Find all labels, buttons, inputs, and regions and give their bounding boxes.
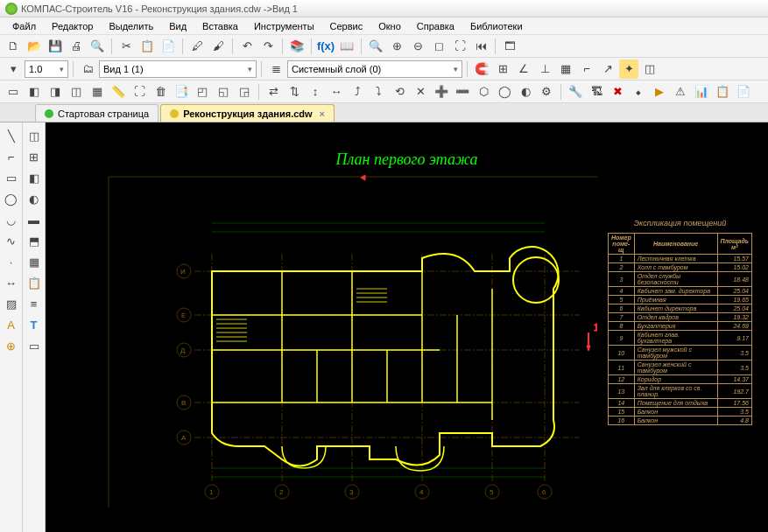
menu-file[interactable]: Файл (5, 19, 43, 33)
tool-9[interactable]: 📑 (172, 82, 191, 102)
tool-26[interactable]: ⚙ (537, 82, 556, 102)
tool-1[interactable]: ▭ (4, 82, 23, 102)
undo-button[interactable]: ↶ (237, 37, 257, 56)
point-tool[interactable]: · (2, 252, 21, 271)
menu-insert[interactable]: Вставка (195, 19, 245, 33)
tool-15[interactable]: ↕ (306, 82, 325, 102)
tab-document[interactable]: Реконструкция здания.cdw × (160, 104, 335, 122)
cut-button[interactable]: ✂ (116, 37, 136, 56)
view-dropdown-button[interactable]: ▾ (4, 60, 23, 79)
copy-button[interactable]: 📋 (137, 37, 157, 56)
open-button[interactable]: 📂 (25, 37, 44, 56)
zoom-window-button[interactable]: 🔍 (366, 37, 385, 56)
tool-33[interactable]: 📊 (692, 82, 711, 102)
menu-service[interactable]: Сервис (323, 19, 370, 33)
tab-start-page[interactable]: Стартовая страница (35, 104, 159, 122)
polyline-tool[interactable]: ⌐ (2, 147, 21, 166)
tool-22[interactable]: ➖ (453, 82, 472, 102)
tool-4[interactable]: ◫ (67, 82, 86, 102)
tool-28[interactable]: 🏗 (587, 82, 606, 102)
text-tool[interactable]: A (2, 315, 21, 334)
rect-tool[interactable]: ▭ (2, 168, 21, 187)
title-tool[interactable]: T (25, 315, 44, 334)
axis-tool[interactable]: ⊕ (2, 336, 21, 355)
print-button[interactable]: 🖨 (67, 37, 86, 56)
variables-button[interactable]: f(x) (316, 37, 335, 56)
frame-tool[interactable]: ▭ (25, 336, 44, 355)
tool-20[interactable]: ✕ (411, 82, 430, 102)
spec-tool[interactable]: 📋 (25, 273, 44, 292)
line-tool[interactable]: ╲ (2, 126, 21, 145)
tool-23[interactable]: ⬡ (474, 82, 493, 102)
tool-34[interactable]: 📋 (713, 82, 732, 102)
drawing-canvas[interactable]: План первого этажа 1 2 3 4 (46, 122, 768, 532)
tool-35[interactable]: 📄 (734, 82, 753, 102)
menu-window[interactable]: Окно (371, 19, 408, 33)
tool-5[interactable]: ▦ (88, 82, 107, 102)
local-cs-button[interactable]: ⌐ (577, 60, 596, 79)
layer-combo[interactable]: Системный слой (0)▾ (287, 60, 462, 78)
arc-tool[interactable]: ◡ (2, 210, 21, 229)
menu-tools[interactable]: Инструменты (247, 19, 321, 33)
properties-button[interactable]: 🖊 (187, 37, 207, 56)
layers-icon[interactable]: ≣ (266, 60, 285, 79)
zoom-out-button[interactable]: ⊖ (408, 37, 427, 56)
tool-16[interactable]: ↔ (327, 82, 346, 102)
preview-button[interactable]: 🔍 (88, 37, 107, 56)
tool-25[interactable]: ◐ (516, 82, 535, 102)
zoom-prev-button[interactable]: ⏮ (471, 37, 490, 56)
help-button[interactable]: 📖 (337, 37, 356, 56)
spline-tool[interactable]: ∿ (2, 231, 21, 250)
zoom-value-combo[interactable]: 1.0▾ (25, 60, 68, 78)
menu-libraries[interactable]: Библиотеки (463, 19, 530, 33)
tab-close-icon[interactable]: × (320, 108, 325, 119)
dim-tool[interactable]: ↔ (2, 273, 21, 292)
bounds-button[interactable]: ◫ (640, 60, 659, 79)
save-button[interactable]: 💾 (46, 37, 65, 56)
zoom-select-button[interactable]: ◻ (429, 37, 448, 56)
ortho-button[interactable]: ⊥ (535, 60, 554, 79)
tool-12[interactable]: ◲ (235, 82, 254, 102)
section-tool[interactable]: ◧ (25, 168, 44, 187)
menu-select[interactable]: Выделить (102, 19, 160, 33)
detail-tool[interactable]: ◐ (25, 189, 44, 208)
snap-toggle[interactable]: 🧲 (472, 60, 491, 79)
tool-13[interactable]: ⇄ (264, 82, 283, 102)
tool-19[interactable]: ⟲ (390, 82, 409, 102)
tool-6[interactable]: 📏 (109, 82, 128, 102)
menu-view[interactable]: Вид (162, 19, 194, 33)
library-button[interactable]: 📚 (287, 37, 306, 56)
paste-button[interactable]: 📄 (159, 37, 178, 56)
tool-32[interactable]: ⚠ (671, 82, 690, 102)
grid-snap-button[interactable]: ⊞ (493, 60, 512, 79)
insert-tool[interactable]: ⬒ (25, 231, 44, 250)
break-tool[interactable]: ▬ (25, 210, 44, 229)
tool-11[interactable]: ◱ (214, 82, 233, 102)
hatch-tool[interactable]: ▨ (2, 294, 21, 313)
tool-21[interactable]: ➕ (432, 82, 451, 102)
tool-31[interactable]: ▶ (650, 82, 669, 102)
view-combo[interactable]: Вид 1 (1)▾ (99, 60, 257, 78)
zoom-fit-button[interactable]: ⛶ (450, 37, 469, 56)
copy-props-button[interactable]: 🖌 (208, 37, 228, 56)
tool-7[interactable]: ⛶ (130, 82, 149, 102)
circle-tool[interactable]: ◯ (2, 189, 21, 208)
refresh-button[interactable]: 🗔 (500, 37, 519, 56)
tool-8[interactable]: 🗑 (151, 82, 170, 102)
table-tool[interactable]: ▦ (25, 252, 44, 271)
round-button[interactable]: ↗ (598, 60, 617, 79)
tool-3[interactable]: ◨ (46, 82, 65, 102)
menu-editor[interactable]: Редактор (45, 19, 100, 33)
tool-27[interactable]: 🔧 (566, 82, 585, 102)
copy-tool[interactable]: ◫ (25, 126, 44, 145)
tool-29[interactable]: ✖ (608, 82, 627, 102)
grid-button[interactable]: ▦ (556, 60, 575, 79)
redo-button[interactable]: ↷ (258, 37, 278, 56)
bom-tool[interactable]: ≡ (25, 294, 44, 313)
tool-18[interactable]: ⤵ (369, 82, 388, 102)
zoom-in-button[interactable]: ⊕ (387, 37, 406, 56)
tool-14[interactable]: ⇅ (285, 82, 304, 102)
tool-30[interactable]: ⬥ (629, 82, 648, 102)
angle-snap-button[interactable]: ∠ (514, 60, 533, 79)
tool-2[interactable]: ◧ (25, 82, 44, 102)
